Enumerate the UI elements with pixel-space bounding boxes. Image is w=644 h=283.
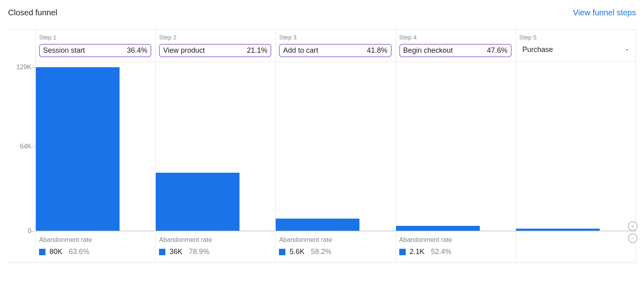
- zoom-controls: + −: [628, 221, 638, 243]
- funnel-bar[interactable]: [276, 219, 359, 231]
- y-tick-label: 64K: [20, 143, 31, 150]
- zoom-out-icon[interactable]: −: [628, 233, 638, 243]
- step-number-label: Step 3: [279, 34, 391, 41]
- bar-area: [156, 62, 275, 231]
- step-number-label: Step 5: [519, 34, 632, 41]
- bar-area: [516, 62, 636, 231]
- y-tick-label: 129K: [17, 64, 31, 71]
- step-name: Session start: [43, 46, 85, 55]
- step-conversion-pct: 21.1%: [247, 46, 267, 55]
- legend-swatch-icon: [399, 249, 406, 255]
- step-summary-box: View product21.1%: [159, 44, 271, 57]
- abandonment-pct: 52.4%: [431, 248, 452, 256]
- abandonment-count: 80K: [50, 248, 62, 256]
- step-footer: [516, 231, 636, 262]
- chart-title: Closed funnel: [8, 8, 57, 17]
- step-header[interactable]: Step 5Purchase-: [516, 30, 636, 62]
- funnel-step: Step 5Purchase-: [516, 30, 636, 262]
- step-number-label: Step 2: [159, 34, 271, 41]
- funnel-step: Step 1Session start36.4%Abandonment rate…: [35, 30, 155, 262]
- bar-area: [276, 62, 395, 231]
- y-axis: 129K64K0: [8, 30, 35, 262]
- legend-swatch-icon: [159, 249, 165, 255]
- bar-area: [36, 62, 155, 231]
- step-header[interactable]: Step 1Session start36.4%: [36, 30, 155, 62]
- abandonment-label: Abandonment rate: [159, 236, 271, 244]
- funnel-step: Step 4Begin checkout47.6%Abandonment rat…: [396, 30, 516, 262]
- funnel-step: Step 2View product21.1%Abandonment rate3…: [155, 30, 275, 262]
- step-number-label: Step 1: [39, 34, 151, 41]
- step-summary-box: Purchase-: [519, 44, 632, 56]
- step-name: View product: [163, 46, 205, 55]
- abandonment-count: 36K: [169, 248, 182, 256]
- funnel-bar[interactable]: [36, 67, 120, 231]
- step-footer: Abandonment rate36K78.9%: [156, 231, 275, 262]
- header-row: Closed funnel View funnel steps: [8, 8, 636, 29]
- step-header[interactable]: Step 2View product21.1%: [156, 30, 275, 62]
- funnel-bar[interactable]: [156, 173, 239, 231]
- step-footer: Abandonment rate2.1K52.4%: [396, 231, 516, 262]
- abandonment-pct: 63.6%: [69, 248, 89, 256]
- abandonment-pct: 78.9%: [189, 248, 209, 256]
- abandonment-pct: 58.2%: [311, 248, 331, 256]
- step-name: Add to cart: [283, 46, 318, 55]
- step-conversion-pct: -: [626, 45, 628, 54]
- step-header[interactable]: Step 4Begin checkout47.6%: [396, 30, 516, 62]
- funnel-chart: 129K64K0 Step 1Session start36.4%Abandon…: [8, 29, 636, 263]
- legend-swatch-icon: [39, 249, 45, 255]
- step-conversion-pct: 47.6%: [487, 46, 508, 55]
- view-funnel-steps-link[interactable]: View funnel steps: [573, 8, 636, 17]
- step-name: Begin checkout: [403, 46, 453, 55]
- step-name: Purchase: [522, 45, 553, 54]
- zoom-in-icon[interactable]: +: [628, 221, 638, 231]
- funnel-columns: Step 1Session start36.4%Abandonment rate…: [35, 30, 636, 262]
- step-summary-box: Add to cart41.8%: [279, 44, 391, 57]
- step-footer: Abandonment rate5.6K58.2%: [276, 231, 395, 262]
- abandonment-count: 5.6K: [289, 248, 304, 256]
- step-summary-box: Session start36.4%: [39, 44, 151, 57]
- step-conversion-pct: 36.4%: [127, 46, 147, 55]
- step-conversion-pct: 41.8%: [367, 46, 388, 55]
- funnel-step: Step 3Add to cart41.8%Abandonment rate5.…: [275, 30, 395, 262]
- abandonment-label: Abandonment rate: [39, 236, 151, 244]
- abandonment-label: Abandonment rate: [279, 236, 391, 244]
- step-summary-box: Begin checkout47.6%: [399, 44, 512, 57]
- abandonment-count: 2.1K: [410, 248, 425, 256]
- step-number-label: Step 4: [399, 34, 512, 41]
- legend-swatch-icon: [279, 249, 285, 255]
- step-footer: Abandonment rate80K63.6%: [36, 231, 155, 262]
- bar-area: [396, 62, 516, 231]
- abandonment-label: Abandonment rate: [399, 236, 512, 244]
- step-header[interactable]: Step 3Add to cart41.8%: [276, 30, 395, 62]
